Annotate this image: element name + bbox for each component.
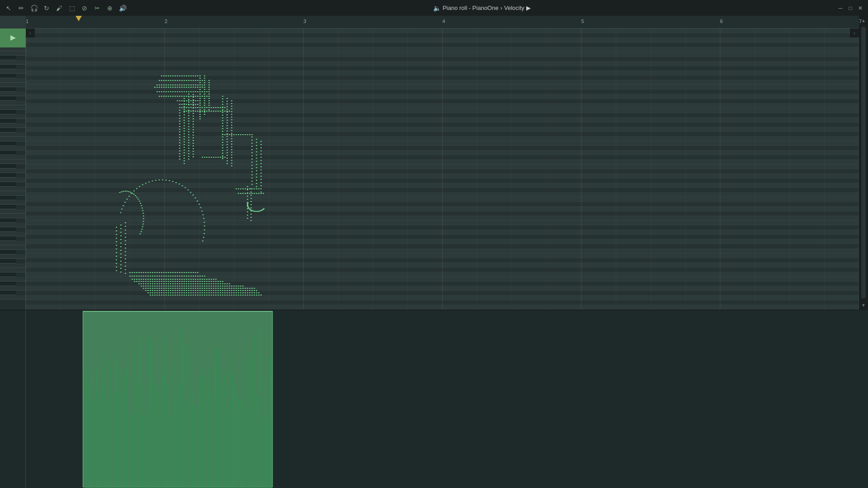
piano-key-45[interactable] (0, 232, 25, 236)
piano-key-52[interactable] (0, 263, 25, 268)
piano-key-16[interactable] (0, 101, 25, 105)
piano-key-33[interactable] (0, 178, 25, 182)
window-controls: ─ □ ✕ (836, 4, 864, 12)
vertical-scrollbar[interactable]: ▲ ▼ (859, 16, 868, 310)
piano-key-23[interactable] (0, 132, 25, 137)
piano-key-32[interactable] (0, 173, 16, 178)
piano-key-56[interactable] (0, 282, 16, 286)
slice-icon[interactable]: ✂ (92, 3, 102, 13)
piano-key-12[interactable] (0, 83, 25, 87)
timeline-marker-3: 3 (303, 19, 306, 24)
select-icon[interactable]: ⬚ (67, 3, 77, 13)
playhead (75, 16, 82, 21)
piano-key-28[interactable] (0, 155, 25, 160)
piano-key-50[interactable] (0, 254, 25, 259)
piano-roll-area: ‹ › 1234567 ▲ ▼ (0, 16, 868, 310)
nav-arrow-right[interactable]: › (850, 28, 859, 38)
velocity-keys-placeholder (0, 310, 26, 488)
piano-key-57[interactable] (0, 286, 25, 291)
scroll-down-button[interactable]: ▼ (859, 300, 868, 310)
piano-key-21[interactable] (0, 123, 25, 128)
piano-key-46[interactable] (0, 236, 16, 241)
piano-key-19[interactable] (0, 114, 25, 119)
piano-key-9[interactable] (0, 69, 25, 74)
piano-key-37[interactable] (0, 196, 16, 200)
close-button[interactable]: ✕ (856, 4, 864, 12)
piano-key-42[interactable] (0, 218, 16, 223)
main-layout: ‹ › 1234567 ▲ ▼ (0, 16, 868, 488)
brush-icon[interactable]: 🖌 (54, 3, 64, 13)
timeline-marker-6: 6 (720, 19, 723, 24)
piano-key-10[interactable] (0, 74, 16, 78)
velocity-content[interactable] (26, 310, 868, 488)
piano-key-7[interactable] (0, 60, 25, 65)
piano-key-49[interactable] (0, 250, 16, 254)
nav-arrow-left[interactable]: ‹ (26, 28, 35, 38)
piano-key-36[interactable] (0, 191, 25, 196)
title-text: Piano roll - PianoOne (443, 5, 499, 11)
piano-key-22[interactable] (0, 128, 16, 132)
titlebar: ↖ ✏ 🎧 ↻ 🖌 ⬚ ⊘ ✂ ⊕ 🔊 🔈 Piano roll - Piano… (0, 0, 868, 16)
piano-key-13[interactable] (0, 87, 16, 92)
svg-marker-0 (10, 35, 16, 41)
maximize-button[interactable]: □ (846, 4, 854, 12)
piano-key-30[interactable] (0, 164, 16, 169)
piano-key-54[interactable] (0, 272, 16, 277)
breadcrumb-velocity: Velocity (504, 5, 524, 11)
velocity-area (0, 310, 868, 488)
erase-icon[interactable]: ⊘ (80, 3, 90, 13)
piano-key-48[interactable] (0, 245, 25, 250)
piano-key-8[interactable] (0, 65, 16, 69)
green-accent-block (0, 28, 26, 47)
piano-key-17[interactable] (0, 105, 25, 110)
piano-key-5[interactable] (0, 51, 25, 56)
piano-key-51[interactable] (0, 259, 16, 263)
window-title: 🔈 Piano roll - PianoOne › Velocity ▶ (127, 5, 836, 12)
piano-key-35[interactable] (0, 187, 25, 191)
piano-keys (0, 28, 26, 322)
piano-key-53[interactable] (0, 268, 25, 272)
piano-key-26[interactable] (0, 146, 25, 150)
piano-key-20[interactable] (0, 119, 16, 123)
timeline-marker-4: 4 (443, 19, 445, 24)
piano-key-55[interactable] (0, 277, 25, 282)
piano-key-11[interactable] (0, 78, 25, 83)
piano-key-39[interactable] (0, 205, 16, 209)
piano-key-59[interactable] (0, 295, 25, 300)
zoom-icon[interactable]: ⊕ (105, 3, 115, 13)
toolbar-icons: ↖ ✏ 🎧 ↻ 🖌 ⬚ ⊘ ✂ ⊕ 🔊 (4, 3, 127, 13)
piano-key-43[interactable] (0, 223, 25, 227)
loop-icon[interactable]: ↻ (42, 3, 52, 13)
piano-key-58[interactable] (0, 291, 16, 295)
piano-key-14[interactable] (0, 92, 25, 96)
piano-key-41[interactable] (0, 214, 25, 218)
cursor-icon[interactable]: ↖ (4, 3, 14, 13)
minimize-button[interactable]: ─ (836, 4, 844, 12)
timeline-header: 1234567 (26, 16, 859, 28)
piano-key-18[interactable] (0, 110, 16, 114)
piano-key-31[interactable] (0, 169, 25, 173)
timeline-marker-2: 2 (165, 19, 167, 24)
pencil-icon[interactable]: ✏ (16, 3, 26, 13)
grid-area[interactable] (26, 28, 859, 310)
speaker-icon[interactable]: 🔊 (118, 3, 127, 13)
piano-key-29[interactable] (0, 160, 25, 164)
piano-key-34[interactable] (0, 182, 16, 187)
velocity-canvas (26, 310, 868, 488)
headphones-icon[interactable]: 🎧 (29, 3, 39, 13)
piano-key-40[interactable] (0, 209, 25, 214)
piano-key-15[interactable] (0, 96, 16, 101)
piano-key-47[interactable] (0, 241, 25, 245)
breadcrumb-arrow: ▶ (526, 5, 531, 11)
scroll-track[interactable] (861, 27, 866, 299)
timeline-marker-5: 5 (581, 19, 584, 24)
piano-key-27[interactable] (0, 150, 16, 155)
piano-key-25[interactable] (0, 141, 16, 146)
piano-key-44[interactable] (0, 227, 16, 232)
speaker-label: 🔈 (433, 5, 441, 12)
piano-key-24[interactable] (0, 137, 25, 141)
breadcrumb-separator: › (500, 5, 502, 11)
piano-key-38[interactable] (0, 200, 25, 205)
timeline-marker-1: 1 (26, 19, 28, 24)
piano-key-6[interactable] (0, 56, 16, 60)
